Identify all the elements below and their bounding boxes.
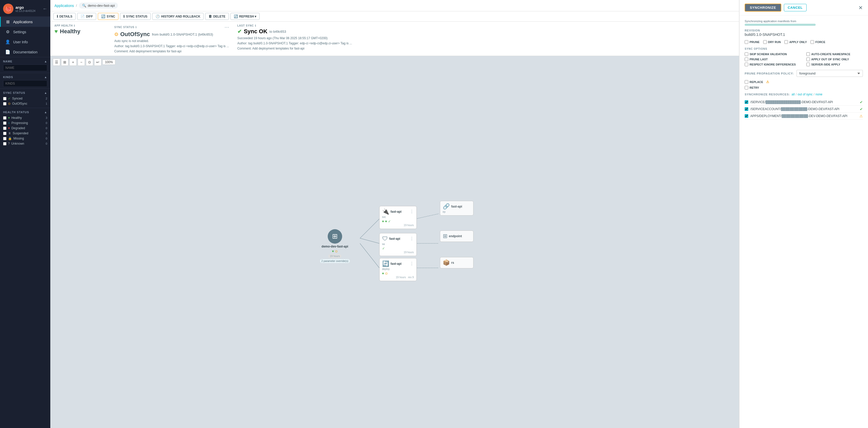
sync-options-grid: SKIP SCHEMA VALIDATION AUTO-CREATE NAMES… [745, 52, 863, 66]
prune-option[interactable]: PRUNE [745, 40, 760, 44]
list-view-button[interactable]: ☰ [53, 59, 60, 66]
zoom-sub-button[interactable]: − [78, 59, 85, 66]
healthy-count: 3 [46, 116, 47, 120]
auto-create-ns-checkbox[interactable] [806, 52, 810, 56]
deploy-resource-path: APPS/DEPLOYMENT/████████████-DEV-DEMO-DE… [750, 114, 858, 118]
skip-schema-option[interactable]: SKIP SCHEMA VALIDATION [745, 52, 801, 56]
synced-icon: ✓ [8, 97, 10, 100]
kinds-filter-input[interactable] [3, 80, 47, 87]
sync-status-button[interactable]: ℹ SYNC STATUS [120, 13, 151, 20]
retry-option[interactable]: RETRY [745, 86, 863, 90]
progressing-checkbox[interactable] [3, 122, 6, 125]
deploy-menu-icon[interactable]: ⋮ [410, 261, 414, 266]
unknown-checkbox[interactable] [3, 142, 6, 145]
synced-checkbox[interactable] [3, 97, 6, 100]
filter-healthy[interactable]: ♥ Healthy 3 [3, 115, 47, 121]
sidebar: 🐙 argo v2.13.2+dc43124 ← ⊞ Applications … [0, 0, 50, 428]
prune-checkbox[interactable] [745, 40, 748, 44]
refresh-button[interactable]: 🔄 REFRESH ▾ [230, 13, 260, 20]
app-search-box[interactable]: 🔍 demo-dev-fast-api [79, 3, 118, 8]
sa-resource-checkbox[interactable] [745, 107, 748, 111]
force-option[interactable]: FORCE [810, 40, 826, 44]
rs-node[interactable]: 📦 rs [440, 257, 473, 268]
filter-outofsync[interactable]: ⊙ OutOfSync 1 [3, 101, 47, 106]
details-label: DETAILS [59, 15, 72, 18]
resource-link-none[interactable]: none [816, 93, 823, 96]
unknown-count: 0 [46, 142, 47, 145]
sidebar-item-user-info[interactable]: 👤 User Info [0, 37, 50, 47]
progressing-label: Progressing [11, 121, 28, 125]
replace-checkbox[interactable] [745, 80, 748, 84]
grid-view-button[interactable]: ⊞ [61, 59, 68, 66]
name-filter-title[interactable]: NAME ▲ [3, 60, 47, 63]
filter-missing[interactable]: 🔒 Missing 0 [3, 136, 47, 141]
suspended-checkbox[interactable] [3, 132, 6, 135]
apply-only-checkbox[interactable] [784, 40, 788, 44]
prune-last-checkbox[interactable] [745, 58, 748, 61]
dry-run-label: DRY RUN [768, 40, 781, 43]
kinds-filter-title[interactable]: KINDS ▲ [3, 75, 47, 79]
filter-synced[interactable]: ✓ Synced 2 [3, 96, 47, 101]
svc-resource-checkbox[interactable] [745, 100, 748, 104]
sa-node[interactable]: 🛡 fast-api ⋮ sa ✓ 19 hours [379, 233, 417, 256]
sidebar-item-documentation[interactable]: 📄 Documentation [0, 47, 50, 57]
ep-node[interactable]: 🔗 fast-api ep [440, 201, 473, 216]
policy-select[interactable]: foreground background orphan [797, 70, 863, 77]
force-checkbox[interactable] [810, 40, 814, 44]
apply-out-of-sync-label: APPLY OUT OF SYNC ONLY [811, 58, 849, 61]
resource-link-out-of-sync[interactable]: out of sync [798, 93, 812, 96]
synchronize-button[interactable]: SYNCHRONIZE [745, 4, 781, 11]
sync-button[interactable]: 🔄 SYNC [98, 13, 118, 20]
main-app-node[interactable]: ⊞ demo-dev-fast-api ♥ ⊙ 19 hours 2 param… [320, 229, 350, 263]
svc-menu-icon[interactable]: ⋮ [410, 209, 414, 214]
filter-suspended[interactable]: ⏸ Suspended 0 [3, 131, 47, 136]
right-mid-node[interactable]: ⊞ endpoint [440, 231, 473, 242]
sidebar-item-applications[interactable]: ⊞ Applications [0, 17, 50, 27]
retry-checkbox[interactable] [745, 86, 748, 90]
apply-only-option[interactable]: APPLY ONLY [784, 40, 807, 44]
name-filter-input[interactable] [3, 64, 47, 71]
sidebar-item-settings[interactable]: ⚙ Settings [0, 27, 50, 37]
prune-last-option[interactable]: PRUNE LAST [745, 58, 801, 61]
back-button[interactable]: ← [42, 6, 47, 11]
respect-ignore-label: RESPECT IGNORE DIFFERENCES [750, 63, 796, 66]
diff-button[interactable]: 📄 DIFF [77, 13, 96, 20]
delete-button[interactable]: 🗑 DELETE [205, 13, 228, 20]
degraded-checkbox[interactable] [3, 127, 6, 130]
filter-progressing[interactable]: ○ Progressing 0 [3, 121, 47, 126]
deploy-resource-checkbox[interactable] [745, 114, 748, 118]
close-button[interactable]: ✕ [859, 5, 863, 11]
svc-node[interactable]: 🔌 fast-api ⋮ svc ♥ ♥ ✓ 19 hours [379, 206, 417, 229]
server-side-apply-option[interactable]: SERVER-SIDE APPLY [806, 63, 863, 66]
missing-checkbox[interactable] [3, 137, 6, 140]
zoom-reset-button[interactable]: ↩ [94, 59, 101, 66]
resource-link-all[interactable]: all [792, 93, 795, 96]
zoom-add-button[interactable]: + [69, 59, 76, 66]
suspended-count: 0 [46, 132, 47, 135]
filter-degraded[interactable]: ♥ Degraded 0 [3, 126, 47, 131]
history-button[interactable]: 🕐 HISTORY AND ROLLBACK [152, 13, 204, 20]
apply-out-of-sync-checkbox[interactable] [806, 58, 810, 61]
sync-more-button[interactable]: ⋯ [224, 24, 229, 30]
respect-ignore-checkbox[interactable] [745, 63, 748, 66]
auto-create-ns-option[interactable]: AUTO-CREATE NAMESPACE [806, 52, 863, 56]
zoom-fit-button[interactable]: ⊙ [86, 59, 93, 66]
server-side-apply-checkbox[interactable] [806, 63, 810, 66]
respect-ignore-option[interactable]: RESPECT IGNORE DIFFERENCES [745, 63, 801, 66]
health-status-filter-title[interactable]: HEALTH STATUS ▲ [3, 110, 47, 114]
breadcrumb-applications[interactable]: Applications [55, 4, 74, 8]
apply-out-of-sync-option[interactable]: APPLY OUT OF SYNC ONLY [806, 58, 863, 61]
sa-menu-icon[interactable]: ⋮ [410, 236, 414, 241]
dry-run-checkbox[interactable] [763, 40, 767, 44]
details-button[interactable]: ℹ DETAILS [54, 13, 75, 20]
healthy-checkbox[interactable] [3, 116, 6, 120]
replace-option[interactable]: REPLACE ⚠ [745, 80, 863, 84]
last-sync-block: LAST SYNC ℹ ✔ Sync OK to b49c653 Succeed… [237, 24, 352, 50]
dry-run-option[interactable]: DRY RUN [763, 40, 781, 44]
cancel-button[interactable]: CANCEL [784, 4, 807, 11]
deploy-node[interactable]: 🔄 fast-api ⋮ deploy ♥ ⊙ 19 hours rev 9 [379, 258, 417, 281]
skip-schema-checkbox[interactable] [745, 52, 748, 56]
sync-status-filter-title[interactable]: SYNC STATUS ▲ [3, 91, 47, 94]
filter-unknown[interactable]: ? Unknown 0 [3, 141, 47, 146]
outofsync-checkbox[interactable] [3, 102, 6, 105]
